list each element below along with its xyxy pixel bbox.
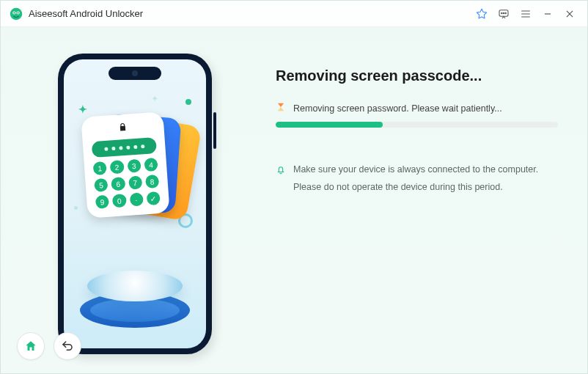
illustration-pane: ✦ ✦ 1234: [1, 27, 268, 373]
status-text: Removing screen password. Please wait pa…: [293, 103, 502, 114]
phone-illustration: ✦ ✦ 1234: [58, 54, 212, 354]
content-area: ✦ ✦ 1234: [1, 27, 587, 373]
bell-icon: [276, 164, 286, 197]
page-heading: Removing screen passcode...: [276, 67, 558, 84]
app-window: Aiseesoft Android Unlocker: [0, 0, 588, 374]
home-button[interactable]: [17, 332, 45, 360]
hourglass-icon: [276, 102, 286, 114]
status-line: Removing screen password. Please wait pa…: [276, 102, 558, 114]
feedback-icon[interactable]: [493, 4, 514, 24]
svg-point-3: [13, 12, 15, 13]
menu-icon[interactable]: [515, 4, 536, 24]
premium-icon[interactable]: [471, 4, 492, 24]
close-button[interactable]: [559, 4, 580, 24]
progress-bar: [276, 122, 558, 128]
svg-point-0: [10, 7, 23, 20]
notice: Make sure your device is always connecte…: [276, 161, 558, 197]
titlebar: Aiseesoft Android Unlocker: [1, 1, 587, 27]
back-button[interactable]: [54, 332, 81, 360]
notice-text: Make sure your device is always connecte…: [293, 161, 558, 197]
lock-icon: [81, 119, 164, 138]
progress-bar-fill: [276, 122, 383, 128]
progress-pane: Removing screen passcode... Removing scr…: [268, 27, 587, 373]
svg-point-4: [18, 12, 19, 13]
svg-point-7: [503, 12, 504, 13]
minimize-button[interactable]: [537, 4, 558, 24]
app-title: Aiseesoft Android Unlocker: [29, 8, 143, 19]
svg-point-6: [501, 12, 502, 13]
app-logo-icon: [10, 7, 23, 21]
svg-point-8: [505, 12, 506, 13]
